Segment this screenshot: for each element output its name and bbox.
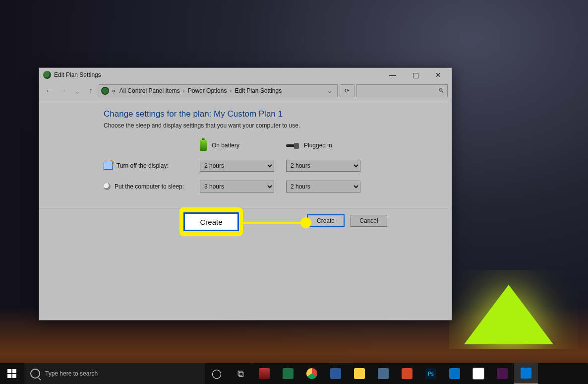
svg-rect-2 xyxy=(7,374,11,378)
sleep-row: Put the computer to sleep: xyxy=(104,183,193,190)
display-plugged-dropdown[interactable]: 2 hours xyxy=(286,160,360,172)
up-button[interactable]: ↑ xyxy=(85,85,97,97)
create-button[interactable]: Create xyxy=(307,214,345,227)
breadcrumb-item[interactable]: Edit Plan Settings xyxy=(234,87,283,94)
navigation-row: ← → ⌄ ↑ « All Control Panel Items › Powe… xyxy=(39,82,452,100)
address-bar[interactable]: « All Control Panel Items › Power Option… xyxy=(99,84,338,97)
on-battery-header: On battery xyxy=(200,140,279,151)
search-box[interactable]: 🔍︎ xyxy=(356,84,448,97)
sleep-battery-dropdown[interactable]: 3 hours xyxy=(200,181,274,192)
refresh-button[interactable]: ⟳ xyxy=(340,84,354,97)
taskbar-app-explorer[interactable] xyxy=(348,363,371,384)
taskbar-app-powerpoint[interactable] xyxy=(395,363,419,384)
taskbar-app-snip[interactable] xyxy=(252,363,276,384)
breadcrumb-item[interactable]: All Control Panel Items xyxy=(118,87,181,94)
sleep-plugged-dropdown[interactable]: 2 hours xyxy=(286,181,360,192)
content-area: Change settings for the plan: My Custom … xyxy=(39,100,452,192)
battery-icon xyxy=(200,140,207,151)
taskbar-app-copy[interactable] xyxy=(371,363,395,384)
turn-off-display-label: Turn off the display: xyxy=(117,162,169,169)
annotation-callout-label: Create xyxy=(183,212,239,231)
edit-plan-settings-window: Edit Plan Settings ― ▢ ✕ ← → ⌄ ↑ « All C… xyxy=(39,67,452,320)
cancel-button[interactable]: Cancel xyxy=(351,215,387,227)
start-button[interactable] xyxy=(0,363,24,384)
window-title: Edit Plan Settings xyxy=(54,71,101,78)
taskbar-search-placeholder: Type here to search xyxy=(45,370,98,377)
back-button[interactable]: ← xyxy=(43,85,55,97)
annotation-callout: Create xyxy=(181,209,241,234)
moon-icon xyxy=(104,183,111,190)
sleep-label: Put the computer to sleep: xyxy=(115,183,184,190)
taskbar-app-photoshop[interactable]: Ps xyxy=(419,363,443,384)
taskbar-app-settings[interactable] xyxy=(514,363,538,384)
maximize-button[interactable]: ▢ xyxy=(404,68,427,82)
taskbar-app-slack[interactable] xyxy=(490,363,514,384)
taskbar: Type here to search ◯ ⧉ Ps xyxy=(0,363,588,384)
search-icon xyxy=(30,369,40,379)
on-battery-label: On battery xyxy=(212,142,239,149)
taskbar-app-mail[interactable] xyxy=(443,363,467,384)
power-options-icon xyxy=(43,71,51,79)
taskbar-app-chrome[interactable] xyxy=(300,363,324,384)
plugged-in-label: Plugged in xyxy=(304,142,332,149)
annotation-line xyxy=(243,222,302,224)
taskbar-app-excel[interactable] xyxy=(276,363,300,384)
svg-rect-1 xyxy=(12,369,16,373)
display-icon xyxy=(104,162,113,170)
windows-icon xyxy=(7,369,16,378)
wallpaper-tent xyxy=(449,270,578,349)
search-icon: 🔍︎ xyxy=(438,87,444,94)
taskbar-app-word[interactable] xyxy=(324,363,348,384)
page-subtext: Choose the sleep and display settings th… xyxy=(104,122,435,129)
chevron-right-icon: › xyxy=(183,87,185,94)
chevron-right-icon: › xyxy=(230,87,232,94)
plug-icon xyxy=(286,141,299,149)
taskbar-search[interactable]: Type here to search xyxy=(24,363,205,384)
svg-rect-0 xyxy=(7,369,11,373)
page-heading: Change settings for the plan: My Custom … xyxy=(104,109,435,119)
plugged-in-header: Plugged in xyxy=(286,141,365,149)
turn-off-display-row: Turn off the display: xyxy=(104,162,193,170)
desktop: Edit Plan Settings ― ▢ ✕ ← → ⌄ ↑ « All C… xyxy=(0,0,588,384)
task-view-icon[interactable]: ⧉ xyxy=(229,363,252,384)
control-panel-icon xyxy=(101,87,109,95)
recent-dropdown[interactable]: ⌄ xyxy=(71,85,83,97)
minimize-button[interactable]: ― xyxy=(381,68,404,82)
titlebar[interactable]: Edit Plan Settings ― ▢ ✕ xyxy=(39,68,452,82)
taskbar-app-paint[interactable] xyxy=(467,363,490,384)
chevron-down-icon[interactable]: ⌄ xyxy=(324,87,335,94)
cortana-icon[interactable]: ◯ xyxy=(205,363,229,384)
dialog-footer: Create Cancel xyxy=(39,208,452,233)
svg-rect-3 xyxy=(12,374,16,378)
breadcrumb-item[interactable]: Power Options xyxy=(187,87,228,94)
forward-button[interactable]: → xyxy=(57,85,69,97)
annotation-dot xyxy=(300,217,311,228)
display-battery-dropdown[interactable]: 2 hours xyxy=(200,160,274,172)
taskbar-icons: ◯ ⧉ Ps xyxy=(205,363,538,384)
close-button[interactable]: ✕ xyxy=(427,68,450,82)
breadcrumb-prefix: « xyxy=(111,87,117,94)
